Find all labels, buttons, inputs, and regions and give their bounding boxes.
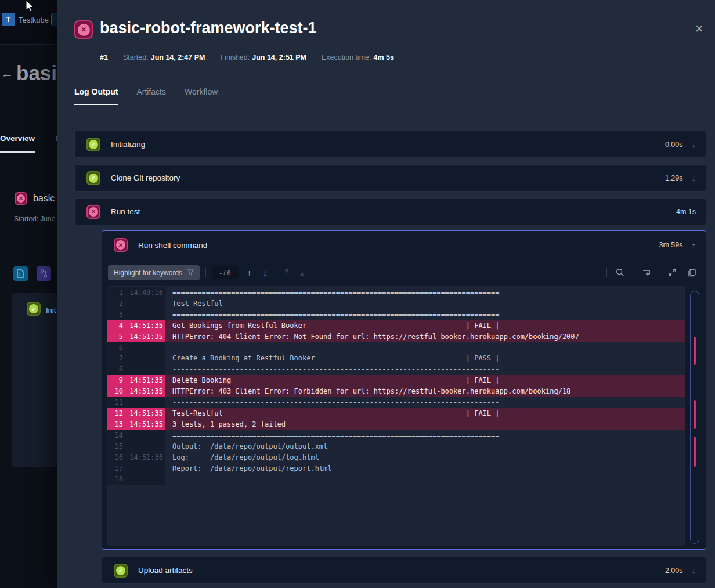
step-clone-git-repository[interactable]: ✓ Clone Git repository 1.29s ↓	[74, 164, 706, 192]
wrap-text-icon[interactable]	[639, 266, 653, 280]
line-timestamp: 14:51:35	[123, 331, 165, 342]
log-line: 3=======================================…	[107, 309, 685, 320]
step-label: Init	[46, 306, 56, 315]
tab-workflow[interactable]: Workflow	[185, 87, 218, 105]
search-icon[interactable]	[613, 266, 627, 280]
step-initializing[interactable]: ✓ Initializing 0.00s ↓	[74, 131, 706, 158]
toolbar-divider	[606, 268, 607, 277]
line-number: 1	[107, 287, 123, 298]
line-number: 6	[107, 342, 123, 353]
toolbar-divider	[276, 268, 276, 277]
log-line: 18	[107, 474, 685, 485]
line-timestamp: 14:51:35	[123, 419, 165, 430]
line-timestamp	[123, 309, 165, 320]
finished-value: Jun 14, 2:51 PM	[252, 53, 306, 62]
line-number: 9	[107, 375, 123, 386]
line-content: Report: /data/repo/output/report.html	[165, 463, 685, 474]
brand-name: Testkube	[19, 16, 49, 24]
log-line: 1614:51:36Log: /data/repo/output/log.htm…	[107, 452, 685, 463]
line-number: 16	[107, 452, 123, 463]
failed-status-icon: ✕	[114, 238, 128, 252]
previous-match-button[interactable]: ↑	[244, 267, 254, 279]
tab-overview[interactable]: Overview	[0, 134, 35, 153]
line-timestamp: 14:49:16	[123, 287, 165, 298]
line-number: 5	[107, 331, 123, 342]
step-duration: 4m 1s	[676, 208, 696, 216]
log-line: 1314:51:353 tests, 1 passed, 2 failed	[107, 419, 685, 430]
execution-card-subtitle: Started: June 1	[14, 215, 61, 223]
expand-arrow-icon[interactable]: ↓	[692, 173, 696, 183]
scroll-to-bottom-button[interactable]: ⤓	[297, 266, 306, 279]
line-number: 11	[107, 397, 123, 408]
copy-icon[interactable]	[685, 266, 699, 280]
line-number: 12	[107, 408, 123, 419]
toolbar-divider	[633, 268, 633, 277]
step-duration: 1.29s	[665, 174, 683, 182]
step-passed-icon: ✓	[27, 302, 41, 316]
line-content: Log: /data/repo/output/log.html	[165, 452, 685, 463]
drawer-body: ✓ Initializing 0.00s ↓ ✓ Clone Git repos…	[74, 131, 706, 588]
step-upload-artifacts[interactable]: ✓ Upload artifacts 2.00s ↓	[102, 557, 706, 584]
log-lines: 114:49:16===============================…	[107, 286, 685, 485]
execution-title: basic-robot-framework-test-1	[100, 19, 317, 37]
testkube-logo-icon[interactable]: T	[2, 13, 15, 26]
execution-card-title[interactable]: basic	[33, 193, 55, 204]
log-line: 114:49:16===============================…	[107, 287, 685, 298]
step-duration: 0.00s	[665, 140, 683, 149]
line-content: Output: /data/repo/output/output.xml	[165, 441, 685, 452]
passed-status-icon: ✓	[86, 171, 100, 185]
passed-status-icon: ✓	[114, 564, 128, 578]
finished-label: Finished:	[220, 53, 250, 62]
minimap-error-mark	[694, 400, 696, 429]
close-icon[interactable]: ✕	[695, 22, 704, 35]
step-duration: 2.00s	[665, 567, 683, 575]
step-label: Run shell command	[138, 241, 659, 250]
line-number: 15	[107, 441, 123, 452]
execution-number: #1	[100, 53, 108, 62]
step-run-shell-command[interactable]: ✕ Run shell command 3m 59s ↑	[102, 231, 706, 259]
step-run-test[interactable]: ✕ Run test 4m 1s	[74, 198, 706, 225]
execution-time-label: Execution time:	[322, 53, 371, 62]
line-timestamp	[123, 474, 165, 485]
line-content: ----------------------------------------…	[165, 397, 685, 408]
expand-arrow-icon[interactable]: ↓	[692, 565, 696, 575]
toolbar-right-group	[606, 266, 699, 280]
execution-failed-status-icon: ✕	[74, 20, 93, 39]
expand-arrow-icon[interactable]: ↓	[692, 139, 696, 149]
highlight-keywords-button[interactable]: Highlight for keywords	[108, 265, 200, 280]
git-commit-icon[interactable]	[37, 266, 51, 281]
log-area: 114:49:16===============================…	[107, 286, 701, 546]
mouse-cursor	[25, 0, 35, 15]
log-viewer[interactable]: 114:49:16===============================…	[107, 286, 685, 546]
line-content: Delete Booking | FAIL |	[165, 375, 685, 386]
log-line: 6---------------------------------------…	[107, 342, 685, 353]
match-counter: - / 6	[212, 266, 239, 279]
line-number: 7	[107, 353, 123, 364]
filter-funnel-icon	[187, 269, 194, 276]
line-timestamp	[123, 298, 165, 309]
line-number: 8	[107, 364, 123, 375]
log-line: 14======================================…	[107, 430, 685, 441]
line-content: Get Bookings from Restful Booker | FAIL …	[165, 320, 685, 331]
drawer-tabs: Log Output Artifacts Workflow	[74, 87, 218, 105]
tab-artifacts[interactable]: Artifacts	[136, 87, 166, 105]
back-arrow-icon[interactable]: ←	[1, 67, 13, 81]
line-timestamp	[123, 430, 165, 441]
step-duration: 3m 59s	[659, 241, 683, 249]
expand-fullscreen-icon[interactable]	[665, 266, 679, 280]
log-line: 514:51:35HTTPError: 404 Client Error: No…	[107, 331, 685, 342]
log-scrollbar-track[interactable]	[690, 291, 699, 544]
line-number: 17	[107, 463, 123, 474]
tab-log-output[interactable]: Log Output	[74, 87, 118, 105]
started-value: Jun 14, 2:47 PM	[151, 53, 205, 62]
scroll-to-top-button[interactable]: ⤒	[282, 266, 291, 279]
line-number: 3	[107, 309, 123, 320]
collapse-arrow-icon[interactable]: ↑	[692, 240, 696, 250]
line-content: ----------------------------------------…	[165, 342, 685, 353]
next-match-button[interactable]: ↓	[260, 267, 270, 279]
page-tabs: Overview Ex	[0, 134, 65, 153]
line-timestamp	[123, 397, 165, 408]
run-shell-command-panel: ✕ Run shell command 3m 59s ↑ Highlight f…	[102, 230, 706, 550]
line-content: ----------------------------------------…	[165, 364, 685, 375]
file-artifact-icon[interactable]	[13, 266, 28, 281]
